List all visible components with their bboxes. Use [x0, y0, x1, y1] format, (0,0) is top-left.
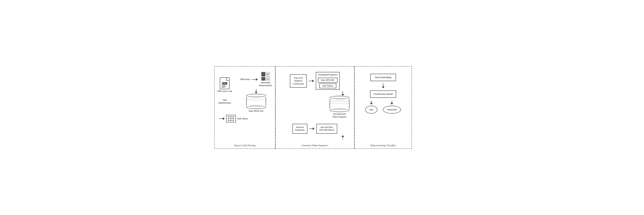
safe-oval: Safe — [365, 106, 377, 114]
panel-deep-learning: Word Embedding Classification Model Safe — [354, 66, 412, 149]
unexpanded-label: Unexpanded Sequence — [318, 73, 338, 76]
panel2-label: Construct Token Sequence — [302, 144, 328, 147]
panel3-label: Deep Learning Classifier — [370, 144, 396, 147]
reconstructed-cylinder: ReconstructedToken Sequence — [330, 96, 350, 118]
sink-tokens-label-p1: Sink Tokens — [237, 117, 248, 120]
subcall-filter-box: Sub-call FilterOPCODE Blocks — [316, 124, 337, 134]
intermedia-label: IntermediaRepresentation — [259, 81, 272, 87]
panel1-label: Source Code Parsing — [234, 144, 256, 147]
panel-construct-token-sequence: Top LevelSequenceConstruction Unexpanded… — [275, 66, 354, 149]
top-level-seq-box: Top LevelSequenceConstruction — [290, 74, 307, 88]
classification-model-box: Classification Model — [370, 90, 396, 98]
sink-tokens-box-p2: Sink Tokens — [319, 83, 336, 88]
function-expansion-box: FunctionExpansion — [292, 124, 307, 134]
reconstructed-label: ReconstructedToken Sequence — [332, 113, 346, 118]
panel-source-code-parsing: PHP PHP source code SinkIndenti — [214, 66, 275, 149]
basic-block-sets-cylinder: Basic Block Sets — [246, 94, 266, 113]
intermedia-icon — [261, 72, 270, 81]
sink-id-label: SinkIndentification — [218, 99, 231, 104]
diagram-container: PHP PHP source code SinkIndenti — [214, 66, 430, 149]
sink-tokens-list — [226, 115, 236, 122]
php-file-icon: PHP — [220, 77, 230, 89]
word-embedding-box: Word Embedding — [370, 74, 396, 81]
basic-block-sets-label: Basic Block Sets — [249, 110, 264, 113]
php-source-label: PHP source code — [218, 90, 232, 93]
unexpanded-sequence-box: Unexpanded Sequence Raw OPCODE Sink Toke… — [316, 72, 340, 90]
raw-opcode-box: Raw OPCODE — [318, 78, 338, 83]
vulnerable-oval: Vulnerable — [383, 106, 401, 114]
php-parser-label: PHP Parser — [240, 78, 250, 81]
